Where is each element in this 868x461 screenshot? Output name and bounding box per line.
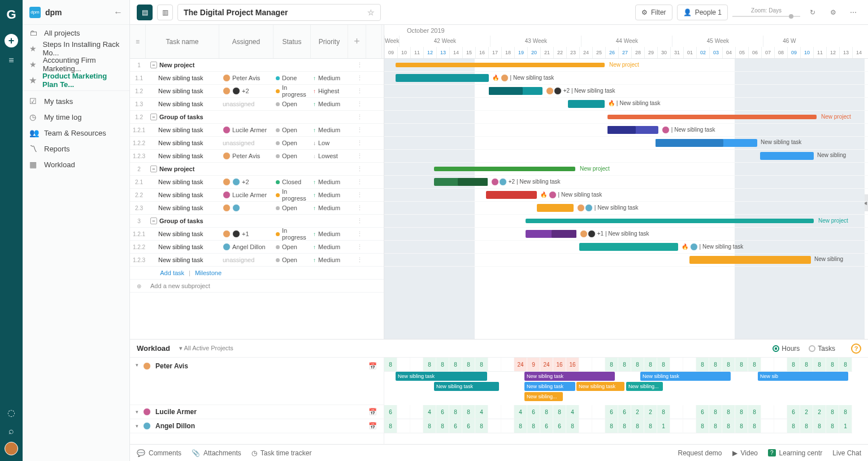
row-menu-icon[interactable]: ⋮ <box>350 62 368 69</box>
sidebar-all-projects[interactable]: 🗀All projects <box>23 25 129 41</box>
expand-icon[interactable]: − <box>150 218 157 224</box>
task-row[interactable]: 1.2.2New sibling taskunassignedOpen↓Low⋮ <box>130 137 384 150</box>
workload-task-bar[interactable]: New sibling task <box>576 382 624 391</box>
task-row[interactable]: 1.2− Group of tasks⋮ <box>130 111 384 124</box>
row-menu-icon[interactable]: ⋮ <box>350 153 368 160</box>
calendar-icon[interactable]: 📅 <box>368 408 377 416</box>
row-menu-icon[interactable]: ⋮ <box>350 101 368 108</box>
project-title-input[interactable]: The Digital Project Manager ☆ <box>177 4 381 21</box>
add-column-button[interactable]: + <box>348 25 366 58</box>
create-button[interactable]: + <box>5 34 18 47</box>
milestone-link[interactable]: Milestone <box>195 269 222 276</box>
task-bar[interactable] <box>568 100 605 108</box>
row-menu-icon[interactable]: ⋮ <box>350 114 368 121</box>
star-icon[interactable]: ☆ <box>367 8 375 17</box>
group-bar[interactable] <box>607 115 817 119</box>
task-row[interactable]: 1.2New sibling task+2In progress↑Highest… <box>130 85 384 98</box>
task-row[interactable]: 3− Group of tasks⋮ <box>130 215 384 228</box>
notifications-icon[interactable]: ◌ <box>7 407 15 418</box>
add-subproject-icon[interactable]: ⊕ <box>130 283 148 289</box>
row-menu-icon[interactable]: ⋮ <box>350 88 368 95</box>
row-menu-icon[interactable]: ⋮ <box>350 230 368 238</box>
task-bar[interactable] <box>396 74 489 82</box>
learning-link[interactable]: ?Learning centr <box>768 449 822 457</box>
row-menu-icon[interactable]: ⋮ <box>350 166 368 173</box>
gantt-view-button[interactable]: ▤ <box>137 5 153 20</box>
calendar-icon[interactable]: 📅 <box>368 362 377 370</box>
workload-person-row[interactable]: ▾Angel Dillon📅 <box>130 419 384 433</box>
chevron-icon[interactable]: ▾ <box>136 362 138 368</box>
history-icon[interactable]: ↻ <box>805 5 821 20</box>
task-bar[interactable] <box>486 191 537 199</box>
add-subproject-link[interactable]: Add a new subproject <box>148 282 222 289</box>
sidebar-favorite[interactable]: ★Product Marketing Plan Te... <box>23 72 129 88</box>
workload-task-bar[interactable]: New sibling task <box>396 372 487 381</box>
video-link[interactable]: ▶Video <box>732 449 758 457</box>
back-icon[interactable]: ← <box>114 7 123 18</box>
workload-task-bar[interactable]: New sibling task <box>524 382 575 391</box>
task-row[interactable]: 2− New project⋮ <box>130 163 384 176</box>
expand-icon[interactable]: − <box>150 114 157 120</box>
time-tracker-button[interactable]: ◷Task time tracker <box>251 449 312 457</box>
filter-button[interactable]: ⚙Filter <box>635 5 672 20</box>
sidebar-nav-item[interactable]: 👥Team & Resources <box>23 125 129 141</box>
group-bar[interactable] <box>434 167 575 171</box>
chevron-icon[interactable]: ▾ <box>136 423 138 429</box>
workload-person-row[interactable]: ▾Lucile Armer📅 <box>130 405 384 419</box>
sidebar-nav-item[interactable]: ◷My time log <box>23 109 129 125</box>
col-priority[interactable]: Priority <box>311 25 348 58</box>
col-status[interactable]: Status <box>274 25 311 58</box>
group-bar[interactable] <box>526 219 814 223</box>
comments-button[interactable]: 💬Comments <box>137 449 181 457</box>
grid-menu-icon[interactable]: ≡ <box>130 25 146 58</box>
row-menu-icon[interactable]: ⋮ <box>350 127 368 134</box>
workload-task-bar[interactable]: New sibling task <box>640 372 731 381</box>
task-row[interactable]: 2.1New sibling task+2Closed↑Medium⋮ <box>130 176 384 189</box>
workload-task-bar[interactable]: New sib <box>758 372 848 381</box>
calendar-icon[interactable]: 📅 <box>368 422 377 430</box>
task-row[interactable]: 1.2.3New sibling taskunassignedOpen↑Medi… <box>130 254 384 267</box>
task-row[interactable]: 1.2.2New sibling taskAngel DillonOpen↑Me… <box>130 241 384 254</box>
chevron-icon[interactable]: ▾ <box>136 409 138 415</box>
people-button[interactable]: 👤People 1 <box>677 5 728 20</box>
task-row[interactable]: 1.2.1New sibling task+1In progress↑Mediu… <box>130 228 384 241</box>
more-icon[interactable]: ⋯ <box>845 5 861 20</box>
sidebar-nav-item[interactable]: ☑My tasks <box>23 93 129 109</box>
row-menu-icon[interactable]: ⋮ <box>350 140 368 147</box>
live-chat-link[interactable]: Live Chat <box>832 449 861 457</box>
group-bar[interactable] <box>396 63 605 67</box>
tasks-radio[interactable]: Tasks <box>809 345 835 353</box>
workload-task-bar[interactable]: New sibling task <box>524 372 615 381</box>
task-row[interactable]: 1.3New sibling taskunassignedOpen↑Medium… <box>130 98 384 111</box>
task-bar[interactable] <box>760 152 814 160</box>
workload-task-bar[interactable]: New sibling task <box>434 382 499 391</box>
search-icon[interactable]: ⌕ <box>8 426 14 436</box>
workload-task-bar[interactable]: New sibling... <box>524 392 563 401</box>
rail-menu-icon[interactable]: ≡ <box>8 55 14 66</box>
board-view-button[interactable]: ▥ <box>157 5 173 20</box>
hours-radio[interactable]: Hours <box>772 345 800 353</box>
add-task-link[interactable]: Add task <box>160 269 184 276</box>
workload-person-row[interactable]: ▾Peter Avis📅 <box>130 358 384 405</box>
zoom-control[interactable]: Zoom: Days <box>732 7 800 17</box>
workload-filter[interactable]: ▾ All Active Projects <box>179 345 233 352</box>
sidebar-favorite[interactable]: ★Accounting Firm Marketing... <box>23 56 129 72</box>
task-row[interactable]: 1− New project⋮ <box>130 59 384 72</box>
expand-icon[interactable]: − <box>150 62 157 68</box>
task-row[interactable]: 1.2.3New sibling taskPeter AvisOpen↓Lowe… <box>130 150 384 163</box>
col-assigned[interactable]: Assigned <box>219 25 274 58</box>
sidebar-nav-item[interactable]: ▦Workload <box>23 156 129 172</box>
task-bar[interactable] <box>689 256 811 264</box>
task-bar[interactable] <box>537 204 574 212</box>
row-menu-icon[interactable]: ⋮ <box>350 218 368 225</box>
request-demo-link[interactable]: Request demo <box>678 449 722 457</box>
attachments-button[interactable]: 📎Attachments <box>192 449 241 457</box>
row-menu-icon[interactable]: ⋮ <box>350 179 368 186</box>
row-menu-icon[interactable]: ⋮ <box>350 243 368 251</box>
row-menu-icon[interactable]: ⋮ <box>350 192 368 199</box>
expand-icon[interactable]: − <box>150 166 157 172</box>
task-row[interactable]: 1.1New sibling taskPeter AvisDone↑Medium… <box>130 72 384 85</box>
settings-icon[interactable]: ⚙ <box>825 5 841 20</box>
task-row[interactable]: 1.2.1New sibling taskLucile ArmerOpen↑Me… <box>130 124 384 137</box>
col-task-name[interactable]: Task name <box>146 25 219 58</box>
